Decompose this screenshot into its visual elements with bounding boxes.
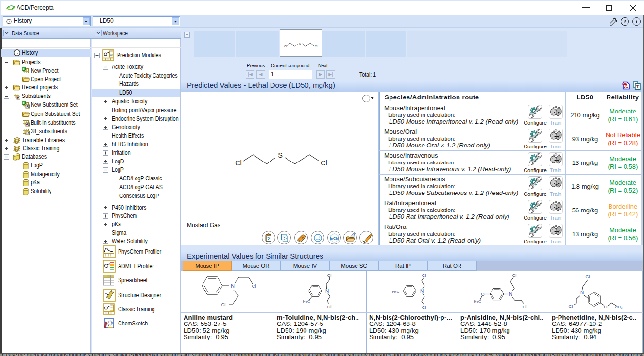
svg-text:Cl: Cl <box>523 304 527 309</box>
svg-text:S: S <box>299 42 301 45</box>
svg-text:R: R <box>26 105 29 108</box>
svg-text:CH₃: CH₃ <box>615 305 623 309</box>
svg-text:InChI: InChI <box>330 236 339 241</box>
svg-text:Cl: Cl <box>221 302 226 307</box>
svg-text:N: N <box>580 290 584 295</box>
svg-text:S: S <box>278 151 283 159</box>
svg-text:Cl: Cl <box>252 283 256 289</box>
svg-text:O: O <box>604 304 607 309</box>
svg-text:Cl: Cl <box>284 45 287 48</box>
svg-text:Cl: Cl <box>422 273 426 278</box>
svg-text:Cl: Cl <box>586 274 590 279</box>
svg-text:H₃C: H₃C <box>392 290 400 294</box>
svg-text:Cl: Cl <box>327 304 332 309</box>
svg-text:N: N <box>325 289 329 294</box>
svg-text:T: T <box>636 84 639 89</box>
svg-text:Cl: Cl <box>321 159 327 167</box>
svg-text:Cl: Cl <box>235 159 242 167</box>
svg-text:Cl: Cl <box>327 273 332 278</box>
svg-text:Cl: Cl <box>569 304 573 309</box>
svg-text:N: N <box>420 289 424 294</box>
svg-text:Cl: Cl <box>315 45 317 48</box>
svg-text:Cl: Cl <box>512 273 517 278</box>
svg-text:N: N <box>231 283 235 289</box>
svg-text:O: O <box>481 291 484 297</box>
svg-text:Cl: Cl <box>422 305 426 310</box>
svg-text:N: N <box>509 291 512 297</box>
